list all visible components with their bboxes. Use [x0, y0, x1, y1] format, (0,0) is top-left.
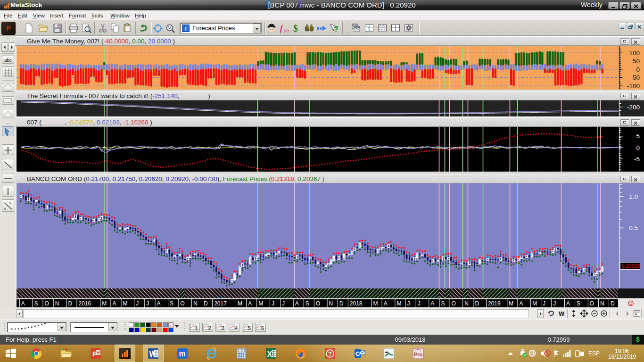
svg-text:s: s: [4, 206, 6, 211]
svg-text:0: 0: [636, 66, 640, 73]
svg-text:W: W: [559, 310, 565, 317]
svg-text:O: O: [45, 300, 49, 307]
svg-text:M: M: [509, 300, 513, 307]
svg-text:N: N: [329, 300, 333, 307]
svg-text:N: N: [193, 300, 198, 307]
svg-text:A: A: [248, 300, 252, 307]
svg-text:J: J: [136, 300, 139, 307]
svg-text:M: M: [123, 300, 128, 307]
svg-text:A: A: [384, 300, 388, 307]
svg-text:N: N: [600, 300, 604, 307]
svg-text:N: N: [464, 300, 469, 307]
svg-text:ESP: ESP: [588, 350, 600, 357]
svg-text:D: D: [68, 300, 72, 307]
svg-text:S: S: [441, 300, 445, 307]
svg-text:X: X: [267, 350, 272, 358]
svg-text:A: A: [519, 300, 523, 307]
svg-text:A: A: [566, 300, 570, 307]
svg-text:-5: -5: [634, 156, 640, 163]
svg-text:6: 6: [261, 325, 264, 331]
svg-text:0: 0: [241, 349, 243, 352]
svg-text:D: D: [611, 300, 615, 307]
svg-text:?: ?: [328, 350, 332, 357]
svg-text:3: 3: [222, 325, 224, 331]
svg-text:abc: abc: [4, 58, 12, 63]
svg-text:A: A: [430, 300, 434, 307]
svg-text:J: J: [272, 300, 274, 307]
svg-text:O: O: [590, 300, 594, 307]
svg-text:0.5: 0.5: [629, 224, 638, 231]
svg-text:Pro: Pro: [414, 352, 423, 357]
svg-text:$: $: [293, 23, 298, 33]
svg-text:2016: 2016: [79, 300, 91, 307]
svg-text:2019: 2019: [488, 300, 501, 307]
svg-text:-200: -200: [627, 104, 640, 111]
svg-text:1: 1: [195, 325, 198, 331]
svg-text:50: 50: [633, 58, 640, 65]
svg-text:M: M: [102, 300, 107, 307]
svg-text:5: 5: [248, 325, 251, 331]
svg-text:A: A: [157, 300, 161, 307]
svg-text:J: J: [543, 300, 545, 307]
svg-text:f: f: [280, 24, 284, 33]
svg-text:A: A: [21, 300, 25, 307]
svg-text:m: m: [179, 350, 186, 358]
svg-text:1.0: 1.0: [629, 193, 638, 200]
svg-text:J: J: [146, 300, 149, 307]
svg-text:100: 100: [629, 49, 640, 57]
svg-text:4: 4: [235, 325, 238, 331]
svg-text:J: J: [418, 300, 421, 307]
svg-text:L: L: [9, 200, 12, 205]
svg-text:M: M: [373, 300, 378, 307]
svg-text:M: M: [238, 300, 242, 307]
svg-text:M: M: [396, 300, 401, 307]
svg-text:O: O: [452, 300, 456, 307]
svg-text:?: ?: [334, 25, 339, 33]
svg-text:J: J: [282, 300, 285, 307]
svg-text:D: D: [204, 300, 208, 307]
svg-text:M: M: [532, 300, 537, 307]
svg-text:S: S: [34, 300, 38, 307]
svg-text:M: M: [258, 300, 263, 307]
svg-text:D: D: [475, 300, 479, 307]
svg-text:O: O: [180, 300, 184, 307]
svg-text:N: N: [55, 300, 59, 307]
svg-text:16/11/2019: 16/11/2019: [608, 354, 636, 360]
svg-text:2018: 2018: [350, 300, 363, 307]
svg-text:J: J: [553, 300, 556, 307]
svg-text:J: J: [407, 300, 410, 307]
svg-text:5: 5: [636, 132, 640, 140]
svg-text:(x): (x): [284, 28, 289, 33]
svg-text:2: 2: [208, 325, 211, 331]
svg-text:O: O: [316, 300, 320, 307]
svg-text:-100: -100: [627, 82, 640, 90]
svg-text:S: S: [577, 300, 580, 307]
svg-text:D: D: [339, 300, 344, 307]
svg-text:0.20920: 0.20920: [622, 263, 640, 269]
svg-text:-50: -50: [630, 74, 640, 81]
svg-text:2017: 2017: [214, 300, 227, 307]
svg-text:A: A: [295, 300, 299, 307]
svg-text:S: S: [170, 300, 173, 307]
svg-text:A: A: [112, 300, 116, 307]
svg-text:0: 0: [636, 144, 640, 151]
svg-text:S: S: [305, 300, 309, 307]
